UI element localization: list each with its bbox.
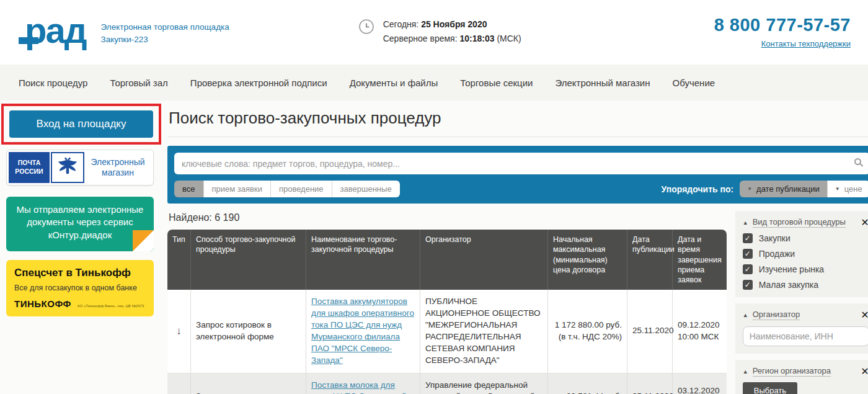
method-cell: Запрос котировок в электронной форме: [191, 290, 306, 373]
rad-logo[interactable]: рад: [25, 12, 86, 48]
kontur-diadoc-banner[interactable]: Мы отправляем электронные документы чере…: [6, 197, 154, 251]
nav-item-signature-check[interactable]: Проверка электронной подписи: [190, 78, 327, 88]
nav-item-e-shop[interactable]: Электронный магазин: [555, 78, 650, 88]
nav-item-documents[interactable]: Документы и файлы: [350, 78, 438, 88]
organizer-filter-input[interactable]: [743, 326, 868, 346]
filter-title-organizer[interactable]: Организатор: [753, 310, 800, 320]
filter-panel: ▲ Вид торговой процедуры ✕ ✓ Закупки ✓ П…: [735, 211, 868, 394]
page: рад Электронная торговая площадка Закупк…: [0, 0, 868, 394]
results-row: Найдено: 6 190 Тип Способ торгово-закупо…: [167, 211, 868, 394]
login-highlight-box: Вход на площадку: [1, 104, 161, 145]
price-cell: 23 581.44 руб.: [548, 374, 627, 394]
search-controls: все прием заявки проведение завершенные …: [174, 181, 868, 197]
sort-options-group: ▼ дате публикации ▼ цене: [740, 181, 868, 197]
filter-title-region[interactable]: Регион организатора: [753, 366, 831, 377]
sort-zone: Упорядочить по: ▼ дате публикации ▼ цене: [662, 181, 868, 197]
nav-item-procedure-search[interactable]: Поиск процедур: [19, 78, 87, 88]
support-phone: 8 800 777-57-57: [646, 15, 851, 35]
server-time-value: 10:18:03: [459, 34, 494, 43]
table-row: ↓ Запрос котировок Поставка молока для н…: [167, 374, 727, 394]
main-area: Поиск торгово-закупочных процедур все пр…: [164, 104, 868, 394]
search-panel: все прием заявки проведение завершенные …: [167, 146, 868, 204]
filter-section-header: ▲ Вид торговой процедуры ✕: [743, 217, 868, 228]
search-icon[interactable]: [854, 158, 861, 165]
checkbox-row-sales: ✓ Продажи: [743, 249, 868, 259]
pochta-banner-label: Электронный магазин: [84, 157, 151, 179]
filter-section-header: ▲ Регион организатора ✕: [743, 366, 868, 377]
type-cell: ↓: [167, 374, 191, 394]
nav-item-trading-hall[interactable]: Торговый зал: [110, 78, 167, 88]
method-cell: Запрос котировок: [191, 374, 306, 394]
status-tab-ongoing[interactable]: проведение: [270, 181, 332, 197]
results-count: Найдено: 6 190: [169, 212, 727, 223]
pochta-line1: ПОЧТА: [18, 159, 40, 168]
organizer-cell: Управление федеральной почтовой связи См…: [420, 374, 548, 394]
name-cell: Поставка молока для нужд УФПС Смоленской…: [306, 374, 420, 394]
procedure-link[interactable]: Поставка молока для нужд УФПС Смоленской…: [311, 380, 415, 394]
checkbox-small-purchase[interactable]: ✓: [743, 280, 753, 290]
triangle-up-icon[interactable]: ▲: [743, 220, 748, 226]
server-time-line: Серверное время: 10:18:03 (МСК): [383, 32, 521, 46]
triangle-up-icon[interactable]: ▲: [743, 369, 748, 375]
support-contacts-link[interactable]: Контакты техподдержки: [761, 39, 851, 48]
status-tab-finished[interactable]: завершенные: [332, 181, 400, 197]
tinkoff-banner-title: Спецсчет в Тинькофф: [14, 267, 146, 279]
sort-by-publication-date[interactable]: ▼ дате публикации: [740, 181, 827, 197]
table-header-row: Тип Способ торгово-закупочной процедуры …: [167, 230, 727, 290]
pub-date-cell: 25.11.2020: [627, 374, 673, 394]
triangle-up-icon[interactable]: ▲: [743, 312, 748, 318]
pochta-line2: РОССИИ: [15, 168, 43, 176]
table-zone: Найдено: 6 190 Тип Способ торгово-закупо…: [167, 211, 727, 394]
col-header-type: Тип: [167, 230, 191, 290]
deadline-cell: 09.12.202010:00 МСК: [673, 290, 727, 373]
tagline-line1: Электронная торговая площадка: [101, 21, 229, 34]
filter-section-procedure-type: ▲ Вид торговой процедуры ✕ ✓ Закупки ✓ П…: [735, 211, 868, 297]
sort-label: Упорядочить по:: [662, 184, 734, 194]
login-button[interactable]: Вход на площадку: [9, 110, 153, 138]
checkbox-purchases[interactable]: ✓: [743, 233, 753, 243]
organizer-cell: ПУБЛИЧНОЕ АКЦИОНЕРНОЕ ОБЩЕСТВО "МЕЖРЕГИО…: [420, 290, 548, 373]
today-label: Сегодня:: [383, 19, 419, 29]
tinkoff-brand-logo: ТИНЬКОФФ: [14, 298, 71, 309]
status-tab-accepting[interactable]: прием заявки: [203, 181, 270, 197]
chevron-down-icon: ▼: [835, 186, 840, 192]
nav-item-trading-sections[interactable]: Торговые секции: [460, 78, 533, 88]
price-cell: 1 172 880.00 руб. (в т.ч. НДС 20%): [548, 290, 627, 373]
tinkoff-banner-subtitle: Все для госзакупок в одном банке: [14, 284, 146, 292]
pochta-logo: ПОЧТА РОССИИ: [9, 152, 50, 183]
pub-date-cell: 25.11.2020: [627, 290, 673, 373]
tagline-line2: Закупки-223: [101, 34, 229, 46]
rad-logo-text: рад: [25, 10, 86, 50]
filter-section-header: ▲ Организатор ✕: [743, 310, 868, 320]
page-title: Поиск торгово-закупочных процедур: [167, 105, 868, 137]
chevron-down-icon: ▼: [747, 186, 752, 192]
region-select-button[interactable]: Выбрать: [743, 382, 797, 394]
table-row: ↓ Запрос котировок в электронной форме П…: [167, 290, 727, 373]
down-arrow-icon: ↓: [176, 390, 182, 394]
status-tab-all[interactable]: все: [174, 181, 203, 197]
close-icon[interactable]: ✕: [861, 367, 868, 377]
server-time-label: Серверное время:: [383, 34, 458, 43]
sort-by-price[interactable]: ▼ цене: [827, 181, 868, 197]
rad-logo-bar: [19, 37, 38, 44]
filter-title-procedure-type[interactable]: Вид торговой процедуры: [753, 217, 846, 228]
col-header-method: Способ торгово-закупочной процедуры: [191, 230, 306, 290]
double-eagle-icon: [55, 154, 80, 181]
today-value: 25 Ноября 2020: [421, 19, 487, 29]
close-icon[interactable]: ✕: [861, 310, 868, 320]
pochta-rossii-banner[interactable]: ПОЧТА РОССИИ Электронный магазин: [6, 150, 154, 186]
main-nav: Поиск процедур Торговый зал Проверка эле…: [0, 65, 868, 101]
checkbox-market-research[interactable]: ✓: [743, 264, 753, 274]
contact-zone: 8 800 777-57-57 Контакты техподдержки: [646, 15, 851, 49]
checkbox-sales[interactable]: ✓: [743, 249, 753, 259]
search-input[interactable]: [174, 153, 868, 174]
filter-section-region: ▲ Регион организатора ✕ Выбрать не выбра…: [735, 360, 868, 394]
procedure-link[interactable]: Поставка аккумуляторов для шкафов операт…: [311, 296, 415, 366]
tinkoff-brand-row: ТИНЬКОФФ АО «Тинькофф Банк», лиц. ЦБ №26…: [14, 298, 146, 309]
close-icon[interactable]: ✕: [861, 218, 868, 228]
col-header-deadline: Дата и время завершения приема заявок: [673, 230, 727, 290]
nav-item-training[interactable]: Обучение: [673, 78, 715, 88]
datetime-zone: Сегодня: 25 Ноября 2020 Серверное время:…: [229, 17, 646, 46]
filter-section-organizer: ▲ Организатор ✕: [735, 303, 868, 354]
tinkoff-banner[interactable]: Спецсчет в Тинькофф Все для госзакупок в…: [6, 260, 154, 316]
